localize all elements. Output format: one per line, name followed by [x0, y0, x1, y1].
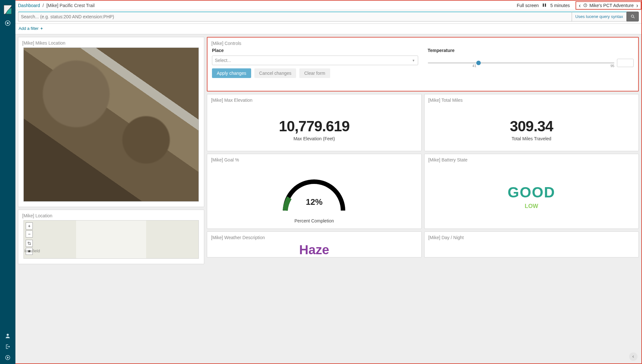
search-row: Uses lucene query syntax: [15, 10, 641, 24]
weather-value: Haze: [207, 242, 421, 257]
panel-location: [Mike] Location + −: [18, 210, 204, 264]
scroll-top-button[interactable]: [629, 352, 638, 361]
panel-title: [Mike] Day / Night: [425, 232, 639, 242]
syntax-hint[interactable]: Uses lucene query syntax: [572, 12, 627, 22]
dashboard-body: [Mike] Mikes Location [Mike] Location + …: [15, 34, 641, 363]
search-icon: [630, 14, 635, 19]
max-elevation-value: 10,779.619: [210, 117, 418, 135]
temperature-label: Temperature: [428, 48, 634, 53]
slider-max: 95: [611, 64, 614, 68]
panel-title: [Mike] Total Miles: [425, 94, 639, 105]
goal-sub: Percent Completion: [210, 218, 418, 223]
breadcrumb-root[interactable]: Dashboard: [18, 3, 40, 8]
fit-bounds-button[interactable]: [26, 240, 33, 247]
panel-total-miles: [Mike] Total Miles 309.34 Total Miles Tr…: [424, 94, 639, 151]
svg-point-1: [7, 22, 9, 24]
panel-title: [Mike] Battery State: [425, 154, 639, 164]
panel-title: [Mike] Location: [18, 210, 204, 220]
place-label: Place: [212, 48, 418, 53]
svg-point-2: [7, 334, 9, 336]
plus-icon: +: [40, 26, 43, 31]
slider-output[interactable]: [617, 59, 634, 67]
time-picker: ‹ Mike's PCT Adventure ›: [576, 1, 641, 10]
user-icon[interactable]: [3, 331, 12, 340]
panel-title: [Mike] Max Elevation: [207, 94, 421, 105]
play-icon[interactable]: [3, 353, 12, 362]
svg-rect-5: [545, 4, 546, 7]
goal-value: 12%: [279, 197, 349, 207]
zoom-in-button[interactable]: +: [26, 222, 33, 230]
breadcrumb-current: [Mike] Pacific Crest Trail: [46, 3, 94, 8]
zoom-out-button[interactable]: −: [26, 230, 33, 238]
cancel-changes-button[interactable]: Cancel changes: [254, 68, 296, 78]
panel-title: [Mike] Goal %: [207, 154, 421, 164]
panel-title: [Mike] Controls: [207, 38, 638, 48]
time-next-icon[interactable]: ›: [636, 3, 638, 8]
crop-icon: [27, 241, 31, 245]
panel-weather: [Mike] Weather Description Haze: [207, 231, 422, 257]
time-range-label: Mike's PCT Adventure: [589, 3, 634, 8]
battery-state: GOOD: [428, 184, 636, 201]
panel-goal: [Mike] Goal % 12% Percent Completion: [207, 154, 422, 229]
panel-title: [Mike] Weather Description: [207, 232, 421, 242]
clock-icon: [583, 3, 587, 7]
goal-gauge: 12%: [279, 172, 349, 214]
total-miles-value: 309.34: [428, 117, 636, 135]
map[interactable]: + − kersfield: [23, 220, 199, 259]
left-nav: [0, 0, 15, 364]
temperature-slider[interactable]: 41 95: [428, 56, 634, 67]
slider-min: 41: [472, 64, 476, 68]
refresh-interval[interactable]: 5 minutes: [550, 3, 570, 8]
pause-icon[interactable]: [542, 3, 546, 8]
fullscreen-link[interactable]: Full screen: [517, 3, 539, 8]
map-place-label: kersfield: [24, 248, 40, 253]
main: Dashboard / [Mike] Pacific Crest Trail F…: [15, 0, 642, 364]
search-input[interactable]: [18, 12, 572, 22]
panel-controls: [Mike] Controls Place Select... ▼ Apply …: [207, 37, 639, 91]
breadcrumb-separator: /: [43, 3, 44, 8]
place-select[interactable]: Select... ▼: [212, 56, 418, 65]
kibana-logo[interactable]: [1, 3, 14, 16]
add-filter-link[interactable]: Add a filter +: [19, 26, 43, 31]
breadcrumb: Dashboard / [Mike] Pacific Crest Trail: [18, 3, 517, 8]
satellite-image[interactable]: [23, 48, 199, 202]
panel-title: [Mike] Mikes Location: [18, 37, 204, 48]
panel-max-elevation: [Mike] Max Elevation 10,779.619 Max Elev…: [207, 94, 422, 151]
timelion-icon[interactable]: [3, 19, 12, 28]
time-range[interactable]: Mike's PCT Adventure: [583, 3, 634, 8]
panel-mikes-location: [Mike] Mikes Location: [18, 37, 204, 207]
place-select-placeholder: Select...: [215, 58, 231, 63]
time-prev-icon[interactable]: ‹: [579, 3, 581, 8]
topbar: Dashboard / [Mike] Pacific Crest Trail F…: [15, 1, 641, 10]
logout-icon[interactable]: [3, 342, 12, 351]
chevron-down-icon: ▼: [412, 59, 415, 62]
svg-point-7: [631, 15, 634, 18]
search-button[interactable]: [627, 12, 639, 22]
max-elevation-sub: Max Elevation (Feet): [210, 136, 418, 141]
battery-sub: LOW: [428, 203, 636, 210]
panel-battery: [Mike] Battery State GOOD LOW: [424, 154, 639, 229]
filter-bar: Add a filter +: [15, 24, 641, 34]
clear-form-button[interactable]: Clear form: [299, 68, 330, 78]
svg-rect-4: [543, 4, 544, 7]
add-filter-label: Add a filter: [19, 26, 39, 31]
apply-changes-button[interactable]: Apply changes: [212, 68, 251, 78]
total-miles-sub: Total Miles Traveled: [428, 136, 636, 141]
panel-day-night: [Mike] Day / Night: [424, 231, 639, 257]
chevron-left-circle-icon: [631, 355, 635, 359]
